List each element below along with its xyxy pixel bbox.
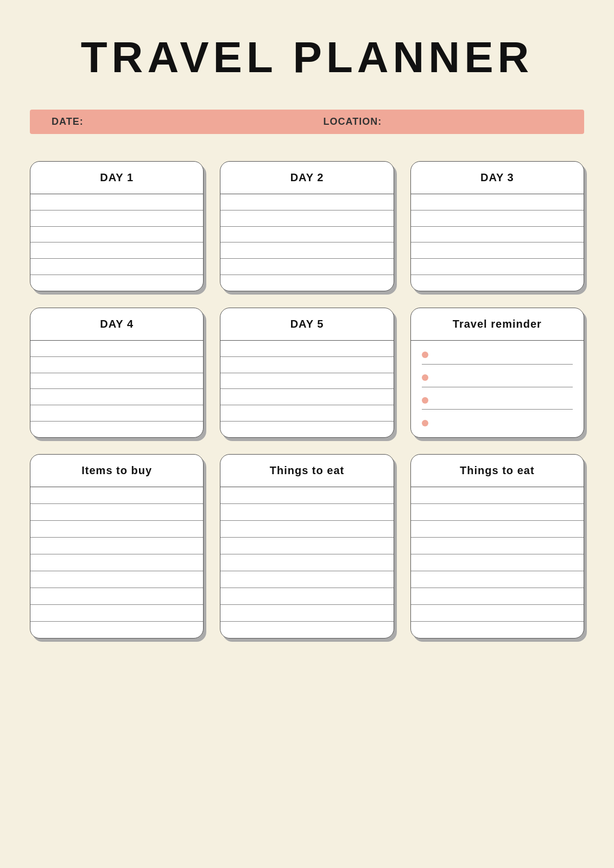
card-items-to-buy-lines	[30, 487, 203, 638]
line	[30, 521, 203, 538]
card-day5-header: DAY 5	[220, 308, 393, 341]
card-things-to-eat-1: Things to eat	[220, 454, 394, 639]
bullet-icon	[422, 374, 428, 381]
card-day3-header: DAY 3	[411, 162, 584, 194]
line	[220, 422, 393, 437]
cards-grid: DAY 1 DAY 2 DAY 3	[30, 161, 584, 639]
line	[30, 504, 203, 521]
line	[220, 389, 393, 405]
card-things-to-eat-2-header: Things to eat	[411, 455, 584, 487]
location-label: LOCATION:	[324, 116, 382, 127]
line	[411, 538, 584, 554]
line	[411, 605, 584, 622]
line	[30, 242, 203, 259]
reminder-line	[422, 369, 573, 387]
line	[30, 405, 203, 422]
line	[411, 259, 584, 275]
line	[220, 521, 393, 538]
page-title: TRAVEL PLANNER	[81, 33, 534, 82]
line	[30, 210, 203, 227]
date-section: DATE:	[52, 116, 291, 127]
card-day3-lines	[411, 194, 584, 291]
card-day4: DAY 4	[30, 308, 204, 438]
reminder-line	[422, 392, 573, 410]
card-day4-lines	[30, 341, 203, 437]
line	[411, 487, 584, 504]
line	[30, 605, 203, 622]
line	[30, 357, 203, 373]
card-day3: DAY 3	[410, 161, 584, 291]
line	[30, 373, 203, 390]
card-day5: DAY 5	[220, 308, 394, 438]
card-things-to-eat-2: Things to eat	[410, 454, 584, 639]
line	[220, 341, 393, 357]
line	[220, 405, 393, 422]
line	[220, 373, 393, 390]
line	[30, 588, 203, 605]
card-things-to-eat-2-lines	[411, 487, 584, 638]
card-things-to-eat-1-lines	[220, 487, 393, 638]
line	[30, 554, 203, 571]
line	[30, 389, 203, 405]
line	[411, 242, 584, 259]
line	[220, 487, 393, 504]
line	[411, 194, 584, 210]
card-reminder-lines	[411, 341, 584, 437]
line	[30, 571, 203, 588]
card-items-to-buy-header: Items to buy	[30, 455, 203, 487]
line	[30, 275, 203, 291]
bullet-icon	[422, 397, 428, 404]
line	[220, 210, 393, 227]
card-travel-reminder-header: Travel reminder	[411, 308, 584, 341]
line	[30, 194, 203, 210]
card-day1-header: DAY 1	[30, 162, 203, 194]
line	[30, 487, 203, 504]
line	[220, 504, 393, 521]
line	[220, 259, 393, 275]
card-day2-header: DAY 2	[220, 162, 393, 194]
line	[30, 341, 203, 357]
bullet-icon	[422, 420, 428, 426]
line	[411, 227, 584, 243]
bullet-icon	[422, 352, 428, 358]
card-travel-reminder: Travel reminder	[410, 308, 584, 438]
line	[220, 242, 393, 259]
line	[220, 571, 393, 588]
line	[220, 554, 393, 571]
line	[411, 554, 584, 571]
card-day1-lines	[30, 194, 203, 291]
line	[30, 259, 203, 275]
line	[411, 210, 584, 227]
card-items-to-buy: Items to buy	[30, 454, 204, 639]
line	[220, 227, 393, 243]
line	[220, 357, 393, 373]
card-day4-header: DAY 4	[30, 308, 203, 341]
date-label: DATE:	[52, 116, 84, 127]
reminder-line	[422, 414, 573, 432]
line	[30, 227, 203, 243]
card-things-to-eat-1-header: Things to eat	[220, 455, 393, 487]
card-day2: DAY 2	[220, 161, 394, 291]
line	[411, 622, 584, 638]
card-day2-lines	[220, 194, 393, 291]
line	[30, 538, 203, 554]
line	[220, 588, 393, 605]
line	[411, 504, 584, 521]
line	[30, 422, 203, 437]
line	[411, 588, 584, 605]
card-day5-lines	[220, 341, 393, 437]
line	[30, 622, 203, 638]
line	[220, 194, 393, 210]
card-day1: DAY 1	[30, 161, 204, 291]
page: TRAVEL PLANNER DATE: LOCATION: DAY 1 DAY…	[0, 0, 614, 868]
line	[220, 275, 393, 291]
location-section: LOCATION:	[291, 116, 563, 127]
line	[220, 622, 393, 638]
line	[411, 521, 584, 538]
line	[411, 571, 584, 588]
date-location-bar: DATE: LOCATION:	[30, 110, 584, 134]
reminder-line	[422, 346, 573, 365]
line	[220, 538, 393, 554]
line	[220, 605, 393, 622]
line	[411, 275, 584, 291]
